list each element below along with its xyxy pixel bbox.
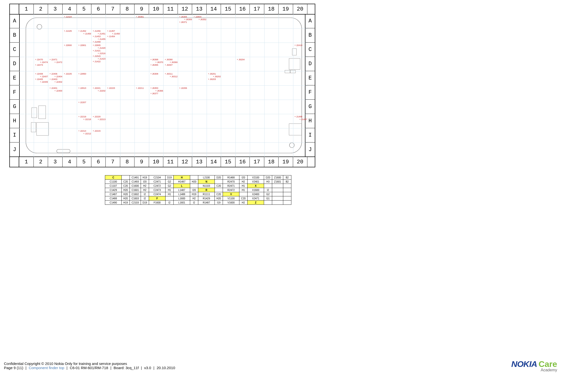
col-header: 4 xyxy=(63,157,77,167)
component-label: +J2202 xyxy=(98,90,106,92)
footer-meta: Page 9 (11) | Component finder top | C6-… xyxy=(4,366,175,370)
index-cell: C1100 xyxy=(105,180,122,184)
col-header: 17 xyxy=(250,4,264,14)
col-headers-bottom: 1234567891011121314151617181920 xyxy=(10,157,315,167)
svg-point-1 xyxy=(37,24,42,29)
col-header: 20 xyxy=(293,4,308,14)
locator-grid: 1234567891011121314151617181920 12345678… xyxy=(9,4,315,167)
col-header: 13 xyxy=(192,157,207,167)
col-header: 11 xyxy=(163,157,178,167)
component-label: +J1458 xyxy=(93,41,101,43)
col-header: 12 xyxy=(178,157,192,167)
component-label: +J2404 xyxy=(54,75,62,78)
component-label: +J1425 xyxy=(64,30,72,32)
component-label: +J2405 xyxy=(35,78,43,80)
index-cell: C1493 xyxy=(130,180,141,184)
component-label: +J1515 xyxy=(93,55,101,57)
logo-care: Care xyxy=(538,359,557,369)
index-cell: H20 xyxy=(190,180,198,184)
index-cell: D19 xyxy=(141,201,149,205)
index-cell: I2 xyxy=(264,188,272,192)
model: C6-01 RM-601/RM-718 xyxy=(70,366,108,370)
index-cell: C2472 xyxy=(149,184,166,188)
col-header: 1 xyxy=(19,157,34,167)
index-cell: C1488 xyxy=(105,196,122,201)
index-cell xyxy=(264,184,272,188)
index-cell: H19 xyxy=(190,192,198,196)
row-header: B xyxy=(10,28,19,43)
col-header: 13 xyxy=(192,4,207,14)
index-cell: I2 xyxy=(190,201,198,205)
index-cell xyxy=(272,192,283,196)
index-section-header: Z xyxy=(248,201,264,205)
index-cell: R1488 xyxy=(223,175,239,180)
index-cell: R2472 xyxy=(223,188,239,192)
col-header: 3 xyxy=(48,4,63,14)
component-label: +J2408 xyxy=(35,73,43,75)
component-label: +J2214 xyxy=(78,130,86,132)
component-label: +J2471 xyxy=(50,58,57,61)
index-cell: C2473 xyxy=(149,188,166,192)
index-cell: B2 xyxy=(283,175,291,180)
component-label: +J6381 xyxy=(136,16,144,18)
index-cell: G2 xyxy=(166,180,174,184)
component-label: +J2410 xyxy=(295,44,302,47)
component-label: +J2220 xyxy=(93,115,101,118)
col-header: 6 xyxy=(91,157,106,167)
col-header: 8 xyxy=(120,4,135,14)
index-cell: L1600 xyxy=(174,196,190,201)
row-header: F xyxy=(10,85,19,100)
copyright-line: Confidential Copyright © 2010 Nokia Only… xyxy=(4,361,175,366)
row-header: D xyxy=(10,57,19,71)
index-cell: I2 xyxy=(166,201,174,205)
component-label: +J2406 xyxy=(50,73,57,75)
component-label: +J1422 xyxy=(93,60,101,63)
index-cell: C1490 xyxy=(105,201,122,205)
index-cell: I2 xyxy=(141,192,149,196)
component-label: +J6204 xyxy=(237,58,245,61)
index-cell: H19 xyxy=(141,175,149,180)
row-header: A xyxy=(10,14,19,28)
doc-title: Component finder top xyxy=(29,366,64,370)
index-cell: G2 xyxy=(264,192,272,196)
component-label: +J6309 xyxy=(184,18,192,21)
index-cell: N1103 xyxy=(198,184,215,188)
component-label: +J1455 xyxy=(98,38,106,40)
footer: Confidential Copyright © 2010 Nokia Only… xyxy=(4,361,175,370)
index-cell: C1602 xyxy=(130,192,141,196)
index-cell: G1 xyxy=(264,196,272,201)
index-cell: C2474 xyxy=(149,192,166,196)
ic-block xyxy=(285,70,290,73)
component-label: +J2402 xyxy=(54,81,62,83)
index-cell: C20 xyxy=(215,184,223,188)
col-header: 4 xyxy=(63,4,77,14)
index-cell: D19 xyxy=(166,175,174,180)
col-headers-top: 1234567891011121314151617181920 xyxy=(10,4,315,15)
component-label: +J2218 xyxy=(83,118,91,121)
component-label: +J6202 xyxy=(213,75,221,78)
col-header: 3 xyxy=(48,157,63,167)
index-cell xyxy=(239,192,248,196)
index-cell xyxy=(272,196,283,201)
component-label: +J1420 xyxy=(98,47,106,49)
index-cell: C1487 xyxy=(105,192,122,196)
component-label: +J2850 xyxy=(78,73,86,75)
index-cell: H20 xyxy=(122,196,130,201)
brand-logo: NOKIACare Academy xyxy=(511,359,557,372)
component-label: +J2223 xyxy=(107,87,115,89)
component-label: +J1424 xyxy=(64,16,72,18)
index-cell: H2 xyxy=(141,184,149,188)
index-section-header: R xyxy=(198,188,215,192)
index-cell xyxy=(283,188,291,192)
index-cell: I20 xyxy=(141,180,149,184)
index-cell: C1491 xyxy=(130,175,141,180)
row-header: C xyxy=(10,43,19,57)
row-header: I xyxy=(10,128,19,142)
index-cell xyxy=(272,201,283,205)
component-label: +J2409 xyxy=(40,81,48,83)
index-cell: C20 xyxy=(122,184,130,188)
index-cell: X2400 xyxy=(248,192,264,196)
component-label: +J2813 xyxy=(78,87,86,89)
component-label: +J2472 xyxy=(54,61,62,63)
row-header: G xyxy=(10,100,19,114)
